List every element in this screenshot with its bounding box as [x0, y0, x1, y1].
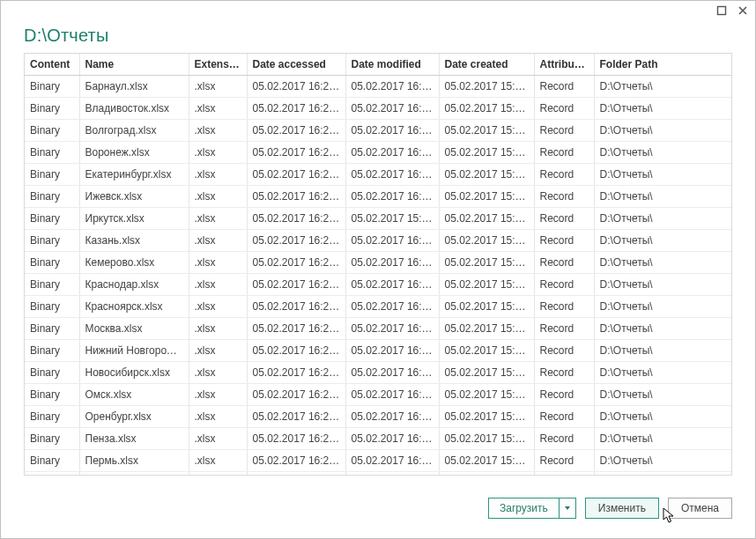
table-row[interactable]: BinaryПенза.xlsx.xlsx05.02.2017 16:25:38…: [25, 428, 731, 450]
table-row[interactable]: BinaryОренбург.xlsx.xlsx05.02.2017 16:25…: [25, 406, 731, 428]
table-row[interactable]: BinaryОмск.xlsx.xlsx05.02.2017 16:25:380…: [25, 384, 731, 406]
cell-accessed: 05.02.2017 16:25:38: [247, 472, 345, 476]
cell-name: Волгоград.xlsx: [79, 120, 189, 142]
cell-created: 05.02.2017 15:49:33: [439, 318, 534, 340]
maximize-icon[interactable]: [715, 4, 729, 18]
cell-name: Пермь.xlsx: [79, 450, 189, 472]
cell-folder: D:\Отчеты\: [594, 296, 731, 318]
table-row[interactable]: BinaryВладивосток.xlsx.xlsx05.02.2017 16…: [25, 98, 731, 120]
cell-content: Binary: [25, 252, 79, 274]
cell-modified: 05.02.2017 16:02:27: [345, 296, 439, 318]
cell-content: Binary: [25, 230, 79, 252]
table-row[interactable]: BinaryНовосибирск.xlsx.xlsx05.02.2017 16…: [25, 362, 731, 384]
table-row[interactable]: BinaryКрасноярск.xlsx.xlsx05.02.2017 16:…: [25, 296, 731, 318]
table-row[interactable]: BinaryКазань.xlsx.xlsx05.02.2017 16:25:3…: [25, 230, 731, 252]
data-grid[interactable]: Content Name Extension Date accessed Dat…: [24, 53, 732, 476]
table-row[interactable]: BinaryВолгоград.xlsx.xlsx05.02.2017 16:2…: [25, 120, 731, 142]
col-attributes[interactable]: Attributes: [534, 54, 594, 76]
cell-accessed: 05.02.2017 16:25:38: [247, 98, 345, 120]
load-dropdown-arrow[interactable]: [559, 498, 576, 519]
cell-folder: D:\Отчеты\: [594, 406, 731, 428]
cell-created: 05.02.2017 15:49:29: [439, 120, 534, 142]
cell-attr: Record: [534, 120, 594, 142]
col-folder[interactable]: Folder Path: [594, 54, 731, 76]
table-row[interactable]: BinaryИркутск.xlsx.xlsx05.02.2017 16:25:…: [25, 208, 731, 230]
col-created[interactable]: Date created: [439, 54, 534, 76]
col-name[interactable]: Name: [79, 54, 189, 76]
cell-created: 05.02.2017 15:49:28: [439, 76, 534, 98]
cell-created: 05.02.2017 15:49:31: [439, 208, 534, 230]
table-row[interactable]: BinaryКраснодар.xlsx.xlsx05.02.2017 16:2…: [25, 274, 731, 296]
cell-folder: D:\Отчеты\: [594, 318, 731, 340]
cell-content: Binary: [25, 142, 79, 164]
edit-button[interactable]: Изменить: [585, 498, 659, 519]
cell-content: Binary: [25, 120, 79, 142]
load-button[interactable]: Загрузить: [488, 498, 559, 519]
cell-folder: D:\Отчеты\: [594, 252, 731, 274]
cell-accessed: 05.02.2017 16:25:38: [247, 340, 345, 362]
cell-name: Ижевск.xlsx: [79, 186, 189, 208]
col-content[interactable]: Content: [25, 54, 79, 76]
cell-content: Binary: [25, 450, 79, 472]
col-accessed[interactable]: Date accessed: [247, 54, 345, 76]
cell-created: 05.02.2017 15:49:29: [439, 98, 534, 120]
table-row[interactable]: BinaryБарнаул.xlsx.xlsx05.02.2017 16:25:…: [25, 76, 731, 98]
cancel-button[interactable]: Отмена: [668, 498, 732, 519]
cell-attr: Record: [534, 318, 594, 340]
cell-ext: .xlsx: [189, 142, 247, 164]
cell-attr: Record: [534, 98, 594, 120]
cell-folder: D:\Отчеты\: [594, 428, 731, 450]
table-row[interactable]: BinaryМосква.xlsx.xlsx05.02.2017 16:25:3…: [25, 318, 731, 340]
table-row[interactable]: BinaryПермь.xlsx.xlsx05.02.2017 16:25:38…: [25, 450, 731, 472]
cell-name: Воронеж.xlsx: [79, 142, 189, 164]
cell-attr: Record: [534, 230, 594, 252]
cell-modified: 05.02.2017 16:05:58: [345, 472, 439, 476]
table-row[interactable]: BinaryКемерово.xlsx.xlsx05.02.2017 16:25…: [25, 252, 731, 274]
cell-folder: D:\Отчеты\: [594, 98, 731, 120]
cell-folder: D:\Отчеты\: [594, 76, 731, 98]
close-icon[interactable]: [736, 4, 750, 18]
cell-ext: .xlsx: [189, 340, 247, 362]
cell-content: Binary: [25, 428, 79, 450]
cell-folder: D:\Отчеты\: [594, 384, 731, 406]
table-row[interactable]: BinaryВоронеж.xlsx.xlsx05.02.2017 16:25:…: [25, 142, 731, 164]
cell-attr: Record: [534, 208, 594, 230]
cell-attr: Record: [534, 252, 594, 274]
table-row[interactable]: BinaryИжевск.xlsx.xlsx05.02.2017 16:25:3…: [25, 186, 731, 208]
cell-folder: D:\Отчеты\: [594, 120, 731, 142]
cell-attr: Record: [534, 76, 594, 98]
cell-accessed: 05.02.2017 16:25:38: [247, 362, 345, 384]
table-row[interactable]: BinaryРостов-на-Дону.xlsx.xlsx05.02.2017…: [25, 472, 731, 476]
cell-created: 05.02.2017 15:49:36: [439, 450, 534, 472]
cell-name: Красноярск.xlsx: [79, 296, 189, 318]
cell-content: Binary: [25, 274, 79, 296]
cell-name: Краснодар.xlsx: [79, 274, 189, 296]
col-extension[interactable]: Extension: [189, 54, 247, 76]
cell-folder: D:\Отчеты\: [594, 274, 731, 296]
cell-attr: Record: [534, 274, 594, 296]
header-row[interactable]: Content Name Extension Date accessed Dat…: [25, 54, 731, 76]
cell-modified: 05.02.2017 16:00:08: [345, 186, 439, 208]
cell-modified: 05.02.2017 16:05:25: [345, 428, 439, 450]
col-modified[interactable]: Date modified: [345, 54, 439, 76]
cell-name: Нижний Новгород.xlsx: [79, 340, 189, 362]
cell-created: 05.02.2017 15:49:33: [439, 296, 534, 318]
cell-modified: 05.02.2017 16:03:05: [345, 230, 439, 252]
cell-content: Binary: [25, 384, 79, 406]
load-split-button[interactable]: Загрузить: [488, 498, 576, 519]
cell-content: Binary: [25, 186, 79, 208]
titlebar: [1, 1, 755, 20]
cell-attr: Record: [534, 164, 594, 186]
dialog-window: D:\Отчеты Content Name Extension Date ac…: [0, 0, 756, 539]
cell-accessed: 05.02.2017 16:25:38: [247, 274, 345, 296]
cell-ext: .xlsx: [189, 120, 247, 142]
cell-ext: .xlsx: [189, 428, 247, 450]
cell-modified: 05.02.2017 16:00:33: [345, 142, 439, 164]
table-row[interactable]: BinaryЕкатеринбург.xlsx.xlsx05.02.2017 1…: [25, 164, 731, 186]
cell-accessed: 05.02.2017 16:25:38: [247, 384, 345, 406]
cell-content: Binary: [25, 406, 79, 428]
cell-accessed: 05.02.2017 16:25:38: [247, 142, 345, 164]
cell-accessed: 05.02.2017 16:25:38: [247, 296, 345, 318]
cell-accessed: 05.02.2017 16:25:38: [247, 450, 345, 472]
table-row[interactable]: BinaryНижний Новгород.xlsx.xlsx05.02.201…: [25, 340, 731, 362]
